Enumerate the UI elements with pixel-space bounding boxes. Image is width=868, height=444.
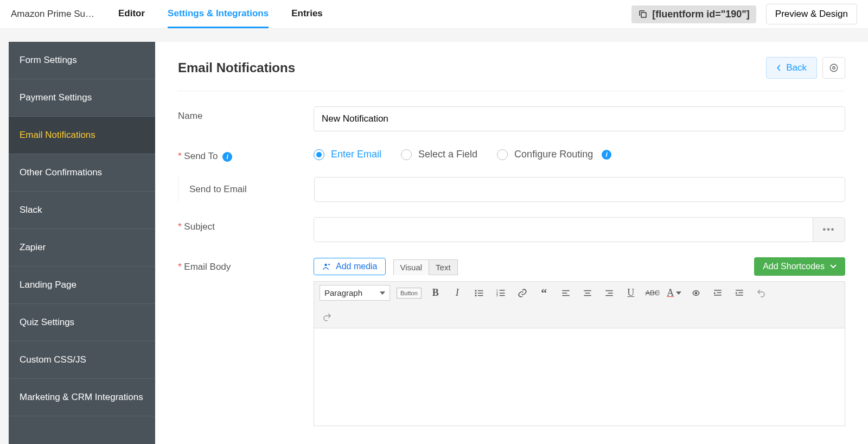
dots-icon: ••• — [823, 225, 835, 234]
page-title: Email Notifications — [178, 60, 295, 75]
bold-icon[interactable]: B — [428, 286, 443, 301]
back-button-label: Back — [786, 62, 807, 73]
editor-mode-tabs: Visual Text — [393, 259, 458, 275]
tab-visual[interactable]: Visual — [393, 259, 429, 275]
radio-circle-icon — [314, 149, 324, 160]
svg-rect-27 — [717, 292, 721, 293]
svg-rect-14 — [500, 293, 505, 294]
italic-icon[interactable]: I — [450, 286, 465, 301]
name-input[interactable] — [314, 106, 845, 131]
svg-rect-17 — [562, 293, 567, 294]
quote-icon[interactable]: “ — [537, 286, 552, 301]
chevron-down-icon — [830, 264, 837, 269]
svg-rect-8 — [478, 293, 483, 294]
undo-icon[interactable] — [754, 286, 769, 301]
tab-settings-integrations[interactable]: Settings & Integrations — [168, 0, 269, 28]
svg-rect-30 — [738, 292, 743, 293]
sidebar-item-marketing-crm[interactable]: Marketing & CRM Integrations — [9, 379, 155, 416]
underline-icon[interactable]: U — [623, 286, 639, 301]
svg-rect-0 — [641, 12, 646, 17]
name-label: Name — [178, 106, 314, 122]
svg-rect-16 — [562, 290, 570, 291]
tab-entries[interactable]: Entries — [291, 0, 323, 28]
svg-point-5 — [475, 292, 476, 294]
sidebar-item-zapier[interactable]: Zapier — [9, 229, 155, 267]
format-select-label: Paragraph — [324, 288, 362, 297]
radio-circle-icon — [497, 149, 508, 160]
tab-editor[interactable]: Editor — [118, 0, 145, 28]
format-select[interactable]: Paragraph — [320, 285, 390, 301]
add-media-button[interactable]: Add media — [314, 258, 386, 275]
align-center-icon[interactable] — [580, 286, 595, 301]
row-send-to-email: Send to Email — [178, 177, 845, 202]
top-tabs: Editor Settings & Integrations Entries — [118, 0, 323, 28]
back-button[interactable]: Back — [766, 57, 817, 79]
tab-text[interactable]: Text — [429, 259, 458, 275]
row-email-body: Email Body Add media Visual Text — [178, 257, 845, 426]
radio-label: Enter Email — [331, 149, 381, 160]
sidebar-item-email-notifications[interactable]: Email Notifications — [9, 117, 155, 154]
align-right-icon[interactable] — [602, 286, 617, 301]
clear-format-icon[interactable] — [688, 286, 704, 301]
link-icon[interactable] — [515, 286, 530, 301]
send-to-email-label: Send to Email — [189, 184, 314, 195]
svg-rect-24 — [605, 295, 613, 296]
svg-rect-22 — [605, 290, 613, 291]
add-media-label: Add media — [336, 262, 378, 271]
svg-point-4 — [475, 290, 476, 291]
subject-label: Subject — [178, 217, 314, 232]
chevron-down-icon — [676, 291, 681, 295]
copy-icon — [638, 9, 648, 19]
add-shortcodes-button[interactable]: Add Shortcodes — [754, 257, 845, 276]
bullet-list-icon[interactable] — [471, 286, 487, 301]
svg-rect-28 — [714, 295, 722, 296]
svg-rect-7 — [478, 290, 483, 291]
settings-sidebar: Form Settings Payment Settings Email Not… — [9, 42, 155, 444]
svg-rect-15 — [500, 295, 505, 296]
sidebar-item-landing-page[interactable]: Landing Page — [9, 267, 155, 304]
svg-point-6 — [475, 295, 476, 296]
row-name: Name — [178, 106, 845, 131]
number-list-icon[interactable]: 123 — [493, 286, 508, 301]
strikethrough-icon[interactable]: ABC — [645, 286, 660, 301]
editor-top-row: Add media Visual Text Add Shortcodes — [314, 257, 845, 276]
header-buttons: Back — [766, 57, 845, 79]
content-header: Email Notifications Back — [178, 57, 845, 91]
sidebar-item-slack[interactable]: Slack — [9, 192, 155, 229]
svg-rect-19 — [584, 290, 591, 291]
send-to-radio-group: Enter Email Select a Field Configure Rou… — [314, 147, 845, 160]
outdent-icon[interactable] — [710, 286, 725, 301]
media-icon — [322, 262, 331, 271]
radio-enter-email[interactable]: Enter Email — [314, 149, 381, 160]
form-name-crumb[interactable]: Amazon Prime Sub… — [11, 9, 98, 20]
settings-button[interactable] — [822, 57, 845, 79]
shortcode-text: [fluentform id="190"] — [652, 9, 750, 20]
shortcode-copy[interactable]: [fluentform id="190"] — [631, 5, 756, 23]
sidebar-item-payment-settings[interactable]: Payment Settings — [9, 79, 155, 117]
editor-top-left: Add media Visual Text — [314, 258, 458, 275]
svg-rect-21 — [584, 295, 591, 296]
subject-input[interactable] — [314, 217, 813, 242]
preview-design-button[interactable]: Preview & Design — [766, 4, 857, 24]
send-to-email-input[interactable] — [314, 177, 845, 202]
svg-point-2 — [830, 64, 838, 72]
info-icon[interactable]: i — [602, 150, 611, 160]
sidebar-item-custom-css-js[interactable]: Custom CSS/JS — [9, 341, 155, 379]
sidebar-item-quiz-settings[interactable]: Quiz Settings — [9, 304, 155, 341]
sidebar-item-form-settings[interactable]: Form Settings — [9, 42, 155, 79]
radio-select-field[interactable]: Select a Field — [401, 149, 477, 160]
sidebar-item-other-confirmations[interactable]: Other Confirmations — [9, 154, 155, 192]
email-body-editor[interactable] — [314, 328, 845, 426]
info-icon[interactable]: i — [222, 152, 232, 162]
insert-button-btn[interactable]: Button — [397, 288, 422, 299]
redo-icon[interactable] — [320, 309, 335, 325]
subject-shortcode-button[interactable]: ••• — [813, 217, 845, 242]
text-color-icon[interactable]: A — [667, 286, 682, 301]
align-left-icon[interactable] — [558, 286, 573, 301]
svg-rect-23 — [608, 293, 613, 294]
radio-configure-routing[interactable]: Configure Routing i — [497, 149, 611, 160]
svg-rect-18 — [562, 295, 570, 296]
add-shortcodes-label: Add Shortcodes — [763, 262, 825, 271]
indent-icon[interactable] — [732, 286, 747, 301]
content-panel: Email Notifications Back Name — [155, 42, 868, 444]
